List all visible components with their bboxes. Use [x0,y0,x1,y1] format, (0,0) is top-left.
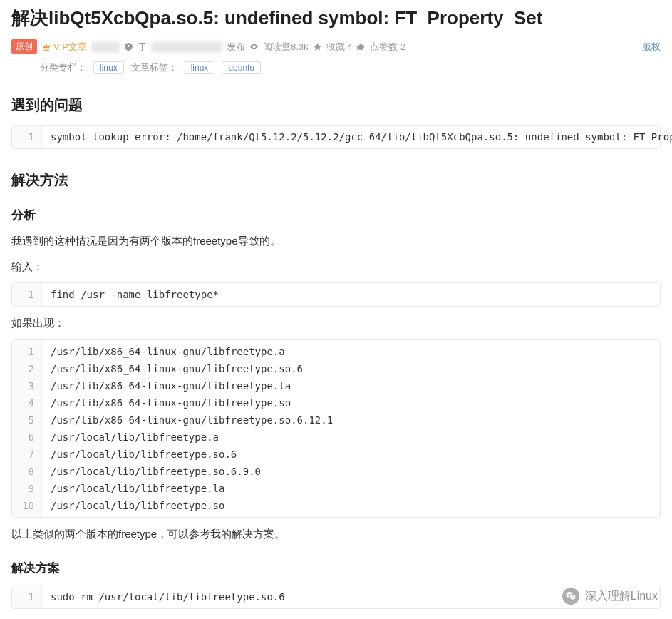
heading-analysis: 分析 [11,207,661,223]
watermark: 深入理解Linux [562,588,658,605]
code-line: /usr/lib/x86_64-linux-gnu/libfreetype.la [42,377,299,394]
meta-row-2: 分类专栏： linux 文章标签： linux ubuntu [40,61,661,74]
category-label: 分类专栏： [40,61,86,74]
publish-label: 发布 [227,41,245,53]
category-tag[interactable]: linux [93,61,124,74]
code-line: /usr/local/lib/libfreetype.so.6.9.0 [42,463,269,480]
code-line: /usr/lib/x86_64-linux-gnu/libfreetype.so… [42,411,341,429]
code-line: /usr/lib/x86_64-linux-gnu/libfreetype.a [42,340,294,360]
tags-label: 文章标签： [131,61,177,74]
wechat-icon [562,588,579,605]
thumb-icon [356,42,366,51]
line-number: 8 [12,463,42,480]
line-number: 5 [12,411,42,429]
line-number: 7 [12,446,42,463]
clock-icon [124,42,133,51]
meta-row: 原创 VIP文章 于 发布 阅读量8.3k 收藏 4 点赞数 2 版权 [11,39,661,54]
line-number: 3 [12,377,42,394]
code-line: /usr/local/lib/libfreetype.so [42,497,233,517]
code-line: /usr/local/lib/libfreetype.so.6 [42,446,245,463]
conclusion-p: 以上类似的两个版本的freetype，可以参考我的解决方案。 [11,525,661,543]
line-number: 6 [12,429,42,446]
if-appear: 如果出现： [11,314,661,332]
time-prefix: 于 [138,41,147,53]
line-number: 9 [12,480,42,497]
code-line: /usr/local/lib/libfreetype.a [42,429,227,446]
copyright-link[interactable]: 版权 [642,41,661,53]
analysis-p1: 我遇到的这种情况是因为有两个版本的freeetype导致的。 [11,232,661,250]
line-number: 2 [12,360,42,377]
analysis-p2: 输入： [11,257,661,276]
vip-label: VIP文章 [53,41,87,53]
code-line: /usr/local/lib/libfreetype.la [42,480,233,497]
favorites-count: 收藏 4 [326,41,353,53]
page-title: 解决libQt5XcbQpa.so.5: undefined symbol: F… [11,6,661,31]
line-number: 1 [12,340,42,360]
tag-linux[interactable]: linux [185,61,215,74]
code-block-find: 1find /usr -name libfreetype* [11,282,661,307]
likes-count: 点赞数 2 [370,41,405,53]
crown-icon [41,42,51,52]
line-number: 10 [12,497,42,517]
line-number: 1 [12,126,42,148]
time-redacted [151,41,222,53]
line-number: 1 [12,283,42,306]
code-block-problem: 1symbol lookup error: /home/frank/Qt5.12… [11,125,661,149]
eye-icon [249,42,259,51]
code-line: /usr/lib/x86_64-linux-gnu/libfreetype.so… [42,360,311,377]
heading-fix: 解决方案 [11,560,661,576]
heading-problem: 遇到的问题 [11,96,661,115]
tag-ubuntu[interactable]: ubuntu [222,61,261,74]
code-line: symbol lookup error: /home/frank/Qt5.12.… [42,126,672,148]
code-line: sudo rm /usr/local/lib/libfreetype.so.6 [42,585,294,608]
author-redacted [91,41,120,53]
code-line: find /usr -name libfreetype* [42,283,227,306]
code-line: /usr/lib/x86_64-linux-gnu/libfreetype.so [42,394,299,411]
original-badge: 原创 [11,39,37,54]
views-count: 阅读量8.3k [263,41,309,53]
line-number: 4 [12,394,42,411]
code-block-output: 1/usr/lib/x86_64-linux-gnu/libfreetype.a… [11,339,661,518]
star-icon [313,42,322,51]
heading-solution: 解决方法 [11,170,661,190]
vip-badge[interactable]: VIP文章 [41,41,87,53]
watermark-text: 深入理解Linux [585,589,658,604]
line-number: 1 [12,585,42,608]
